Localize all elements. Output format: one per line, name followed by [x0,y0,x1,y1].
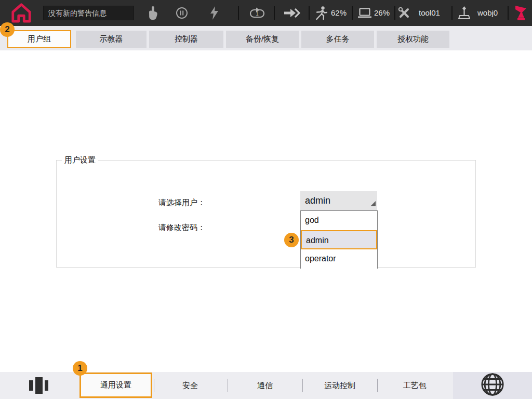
tab-controller[interactable]: 控制器 [149,31,223,48]
groupbox-title: 用户设置 [62,155,98,165]
menu-motion-control[interactable]: 运动控制 [309,372,371,399]
select-user-label: 请选择用户： [158,198,205,208]
menu-safety[interactable]: 安全 [167,372,213,399]
user-select-combobox[interactable]: admin [300,191,377,210]
menu-label: 运动控制 [324,381,355,391]
bottom-menu-bar: 通用设置 安全 通信 运动控制 工艺包 [0,372,532,399]
tab-label: 示教器 [100,34,123,44]
language-globe-button[interactable] [453,372,532,399]
topbar-divider [394,6,395,20]
topbar-divider [309,6,310,20]
hand-guide-icon[interactable] [147,6,158,22]
combobox-value: admin [305,191,377,210]
dropdown-option-admin[interactable]: admin [301,230,377,249]
tool-wrench-icon[interactable] [398,7,410,21]
menu-general-settings[interactable]: 通用设置 [79,373,152,398]
tool-name-value[interactable]: tool01 [419,0,440,26]
user-settings-groupbox: 用户设置 [56,160,476,268]
change-password-label: 请修改密码： [158,223,205,233]
option-label: admin [306,236,329,245]
globe-icon [481,373,504,398]
wobj-joystick-icon[interactable] [458,6,470,22]
menu-process-package[interactable]: 工艺包 [387,372,443,399]
tab-multitask[interactable]: 多任务 [301,31,374,48]
menu-label: 通用设置 [100,380,131,390]
tab-authorized-functions[interactable]: 授权功能 [377,31,449,48]
controller-laptop-icon[interactable] [357,8,372,21]
topbar-divider [238,6,239,20]
step-badge-2: 2 [0,22,15,37]
bottombar-divider [302,379,303,392]
system-percent-value[interactable]: 26% [374,0,390,26]
pause-icon[interactable] [176,7,188,21]
tab-label: 多任务 [326,34,350,44]
tab-label: 备份/恢复 [246,34,279,44]
topbar-divider [274,6,275,20]
dropdown-option-operator[interactable]: operator [301,249,377,269]
bottombar-divider [154,379,154,392]
home-icon[interactable] [10,2,32,26]
wobj-name-value[interactable]: wobj0 [477,0,498,26]
alert-message-text: 没有新的警告信息 [48,9,107,17]
power-lightning-icon[interactable] [209,6,219,22]
bottombar-divider [377,379,378,392]
step-badge-1: 1 [73,361,87,376]
continuous-run-arrow-icon[interactable] [284,7,300,21]
speed-percent-value[interactable]: 62% [331,0,347,26]
tab-label: 控制器 [175,34,198,44]
step-badge-3: 3 [284,233,299,247]
repeat-once-icon[interactable]: 1 [249,7,265,21]
bottombar-divider [228,379,228,392]
dropdown-option-god[interactable]: god [301,211,377,230]
topbar-divider [352,6,353,20]
window-switcher-icon[interactable] [29,377,50,396]
topbar-divider [451,6,453,20]
topbar-divider [508,6,509,20]
user-dropdown-list: god admin operator [300,210,378,269]
tab-label: 用户组 [28,34,51,44]
settings-tab-bar: 用户组 示教器 控制器 备份/恢复 多任务 授权功能 [0,26,532,50]
menu-label: 通信 [257,381,273,391]
tab-backup-restore[interactable]: 备份/恢复 [226,31,299,48]
tab-teach-pendant[interactable]: 示教器 [76,31,147,48]
combobox-corner-triangle-icon [370,199,376,208]
tab-user-group[interactable]: 用户组 [7,30,71,48]
menu-communication[interactable]: 通信 [242,372,288,399]
alert-message-box[interactable]: 没有新的警告信息 [43,6,134,20]
robot-arm-icon[interactable] [514,5,528,23]
svg-text:1: 1 [256,11,259,17]
option-label: god [305,216,319,224]
top-status-bar: 没有新的警告信息 1 [0,0,532,26]
menu-label: 工艺包 [403,381,427,391]
option-label: operator [305,254,336,263]
menu-label: 安全 [182,381,198,391]
speed-runner-icon[interactable] [315,6,327,22]
tab-label: 授权功能 [397,34,429,44]
